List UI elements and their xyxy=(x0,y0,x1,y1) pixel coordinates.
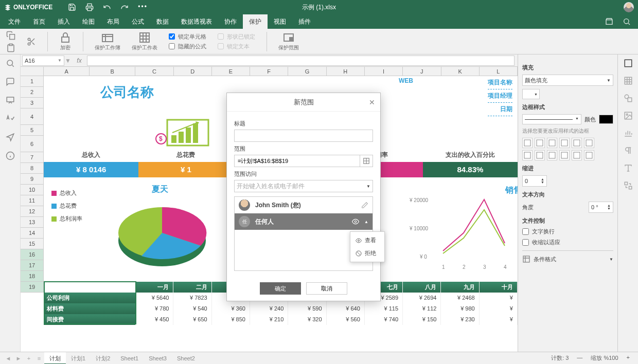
spellcheck-icon[interactable] xyxy=(6,114,15,123)
row-header[interactable]: 2 xyxy=(21,87,43,98)
about-icon[interactable] xyxy=(6,151,15,160)
menu-插入[interactable]: 插入 xyxy=(51,14,76,29)
border-preset[interactable] xyxy=(559,138,570,148)
sheet-tab[interactable]: Sheet3 xyxy=(144,352,172,365)
shape-settings-icon[interactable] xyxy=(624,94,633,103)
table-settings-icon[interactable] xyxy=(624,76,633,85)
row-header[interactable]: 1 xyxy=(21,76,43,87)
tab-list[interactable]: ≡ xyxy=(34,355,44,361)
border-preset[interactable] xyxy=(572,150,582,160)
user-row-anyone[interactable]: 任 任何人 ▲ xyxy=(235,213,373,230)
formula-input[interactable] xyxy=(87,56,515,66)
encrypt-button[interactable]: 加密 xyxy=(59,31,72,51)
menu-布局[interactable]: 布局 xyxy=(101,14,126,29)
row-header[interactable]: 3 xyxy=(21,98,43,108)
user-row-owner[interactable]: John Smith (您) xyxy=(235,197,373,213)
lock-cell-checkbox[interactable]: 锁定单元格 xyxy=(169,33,206,41)
paragraph-icon[interactable] xyxy=(624,146,633,155)
border-preset[interactable] xyxy=(559,150,570,160)
undo-icon[interactable] xyxy=(103,3,111,11)
shrink-fit-checkbox[interactable]: 收缩以适应 xyxy=(522,239,613,246)
chart-settings-icon[interactable] xyxy=(624,129,633,138)
col-header[interactable]: A xyxy=(44,67,90,76)
sheet-tab[interactable]: 计划2 xyxy=(91,352,115,365)
fill-type-select[interactable]: 颜色填充▼ xyxy=(522,75,613,86)
protect-range-button[interactable]: 保护范围 xyxy=(278,31,299,51)
col-header[interactable]: L xyxy=(480,67,518,76)
row-header[interactable]: 11 xyxy=(21,195,43,206)
row-header[interactable]: 18 xyxy=(21,271,43,282)
text-art-icon[interactable] xyxy=(624,163,633,173)
col-header[interactable]: D xyxy=(174,67,212,76)
menu-绘图[interactable]: 绘图 xyxy=(76,14,101,29)
row-header[interactable]: 13 xyxy=(21,217,43,228)
more-icon[interactable]: ••• xyxy=(138,3,148,11)
row-header[interactable]: 9 xyxy=(21,174,43,185)
close-icon[interactable]: ✕ xyxy=(369,98,375,106)
menu-文件[interactable]: 文件 xyxy=(2,14,27,29)
popup-view[interactable]: 查看 xyxy=(350,234,384,247)
menu-数据透视表[interactable]: 数据透视表 xyxy=(175,14,218,29)
row-header[interactable]: 7 xyxy=(21,152,43,163)
search-icon[interactable] xyxy=(623,17,631,26)
col-header[interactable]: E xyxy=(212,67,250,76)
col-header[interactable]: J xyxy=(403,67,441,76)
sheet-tab[interactable]: 计划 xyxy=(44,352,66,365)
col-header[interactable]: I xyxy=(365,67,403,76)
row-header[interactable]: 12 xyxy=(21,206,43,217)
border-preset[interactable] xyxy=(522,150,533,160)
find-icon[interactable] xyxy=(6,59,15,68)
angle-spinner[interactable]: 0 °▲▼ xyxy=(589,202,613,213)
border-preset[interactable] xyxy=(547,138,557,148)
indent-spinner[interactable]: 0▲▼ xyxy=(522,175,547,187)
redo-icon[interactable] xyxy=(120,3,129,11)
range-ref-input[interactable] xyxy=(234,155,360,167)
tab-next[interactable]: ► xyxy=(13,355,24,361)
menu-视图[interactable]: 视图 xyxy=(268,14,292,29)
hidden-formula-checkbox[interactable]: 隐藏的公式 xyxy=(169,43,206,50)
range-title-input[interactable] xyxy=(234,130,373,142)
protect-workbook-button[interactable]: 保护工作簿 xyxy=(95,31,120,51)
comments-icon[interactable] xyxy=(6,77,15,86)
sheet-tab[interactable]: Sheet2 xyxy=(172,352,200,365)
wrap-text-checkbox[interactable]: 文字换行 xyxy=(522,228,613,235)
row-header[interactable]: 6 xyxy=(21,136,43,152)
row-header[interactable]: 5 xyxy=(21,125,43,136)
menu-保护[interactable]: 保护 xyxy=(243,14,268,29)
sheet-tab[interactable]: Sheet1 xyxy=(115,352,144,365)
cancel-button[interactable]: 取消 xyxy=(306,282,347,295)
zoom-out[interactable]: — xyxy=(577,354,582,362)
tab-add[interactable]: + xyxy=(24,355,34,361)
row-header[interactable]: 14 xyxy=(21,228,43,239)
border-preset[interactable] xyxy=(584,138,594,148)
fill-color-picker[interactable]: ▼ xyxy=(522,89,540,99)
row-header[interactable]: 17 xyxy=(21,260,43,271)
menu-数据[interactable]: 数据 xyxy=(150,14,175,29)
copy-icon[interactable] xyxy=(6,31,15,40)
col-header[interactable]: C xyxy=(135,67,173,76)
conditional-format-button[interactable]: 条件格式▼ xyxy=(522,255,613,263)
border-preset[interactable] xyxy=(547,150,557,160)
access-combo[interactable]: 开始键入姓名或电子邮件▼ xyxy=(234,180,373,192)
border-line-select[interactable]: ▼ xyxy=(522,114,581,124)
name-box[interactable]: A16▼ xyxy=(22,56,64,66)
select-range-icon[interactable] xyxy=(360,155,373,167)
border-preset[interactable] xyxy=(535,150,545,160)
col-header[interactable]: F xyxy=(250,67,288,76)
row-header[interactable]: 8 xyxy=(21,163,43,174)
border-preset[interactable] xyxy=(522,138,533,148)
cell-settings-icon[interactable] xyxy=(624,59,633,68)
col-header[interactable]: B xyxy=(90,67,135,76)
zoom-in[interactable]: + xyxy=(627,354,630,362)
tab-prev[interactable]: ◄ xyxy=(3,355,13,361)
ok-button[interactable]: 确定 xyxy=(260,282,301,295)
pivot-icon[interactable] xyxy=(624,181,633,190)
col-header[interactable]: H xyxy=(327,67,365,76)
border-preset[interactable] xyxy=(584,150,594,160)
row-header[interactable]: 19 xyxy=(21,282,43,293)
col-header[interactable]: G xyxy=(288,67,326,76)
image-settings-icon[interactable] xyxy=(624,111,633,120)
menu-首页[interactable]: 首页 xyxy=(27,14,51,29)
border-color-picker[interactable] xyxy=(599,115,613,124)
chat-icon[interactable] xyxy=(6,96,15,105)
